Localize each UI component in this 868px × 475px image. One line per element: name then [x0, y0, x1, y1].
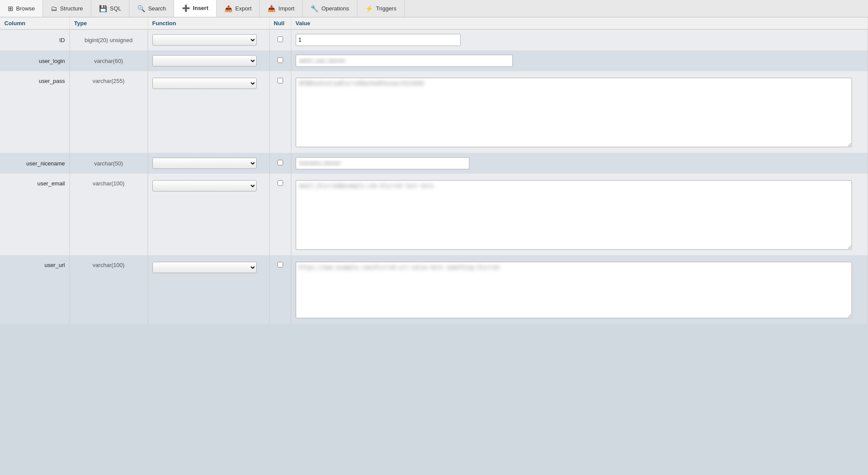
import-icon: 📥 — [267, 5, 276, 13]
tab-export-label: Export — [235, 5, 252, 12]
field-user-login-type: varchar(60) — [69, 50, 148, 71]
search-icon: 🔍 — [137, 5, 145, 13]
field-user-url-null — [269, 255, 291, 324]
table-header-row: Column Type Function Null Value — [0, 17, 868, 30]
tab-insert-label: Insert — [193, 5, 208, 11]
table-row: user_url varchar(100) https://www.exampl… — [0, 255, 868, 324]
tab-triggers-label: Triggers — [376, 5, 396, 12]
operations-icon: 🔧 — [310, 5, 319, 13]
field-user-url-column: user_url — [0, 255, 69, 324]
field-user-login-null — [269, 50, 291, 71]
field-user-email-null-checkbox[interactable] — [277, 180, 283, 186]
field-id-value — [291, 30, 868, 51]
field-user-login-column: user_login — [0, 50, 69, 71]
tab-sql[interactable]: 💾 SQL — [91, 0, 129, 17]
field-user-login-function — [148, 50, 269, 71]
insert-icon: ➕ — [182, 4, 190, 12]
field-user-url-type: varchar(100) — [69, 255, 148, 324]
header-column: Column — [0, 17, 69, 30]
tab-browse-label: Browse — [16, 5, 35, 12]
field-user-email-function — [148, 174, 269, 255]
tab-export[interactable]: 📤 Export — [217, 0, 260, 17]
table-row: user_pass varchar(255) $P$BhashvalueBlur… — [0, 71, 868, 153]
field-user-nicename-null — [269, 153, 291, 174]
tab-structure-label: Structure — [60, 5, 83, 12]
tab-search[interactable]: 🔍 Search — [129, 0, 174, 17]
tab-import[interactable]: 📥 Import — [260, 0, 303, 17]
field-user-login-null-checkbox[interactable] — [277, 57, 283, 63]
tab-browse[interactable]: ⊞ Browse — [0, 0, 43, 17]
field-user-login-value-input[interactable] — [296, 55, 513, 67]
field-id-type: bigint(20) unsigned — [69, 30, 148, 51]
field-user-url-function-select[interactable] — [152, 262, 257, 273]
field-user-nicename-type: varchar(50) — [69, 153, 148, 174]
field-user-email-type: varchar(100) — [69, 174, 148, 255]
field-user-pass-type: varchar(255) — [69, 71, 148, 153]
field-user-pass-null-checkbox[interactable] — [277, 78, 283, 83]
field-user-pass-value: $P$BhashvalueBlurredHashedPassword123456 — [291, 71, 868, 153]
header-function: Function — [148, 17, 269, 30]
field-user-login-value — [291, 50, 868, 71]
field-user-email-function-select[interactable] — [152, 180, 257, 191]
field-user-pass-function-select[interactable] — [152, 78, 257, 89]
field-user-url-function — [148, 255, 269, 324]
triggers-icon: ⚡ — [365, 5, 373, 13]
table-row: user_nicename varchar(50) — [0, 153, 868, 174]
field-user-email-value-textarea[interactable]: email_blurred@example.com blurred text h… — [296, 180, 852, 250]
field-user-pass-function — [148, 71, 269, 153]
field-user-nicename-column: user_nicename — [0, 153, 69, 174]
tab-triggers[interactable]: ⚡ Triggers — [357, 0, 405, 17]
browse-icon: ⊞ — [8, 5, 13, 13]
sql-icon: 💾 — [99, 5, 107, 13]
table-row: user_email varchar(100) email_blurred@ex… — [0, 174, 868, 255]
toolbar: ⊞ Browse 🗂 Structure 💾 SQL 🔍 Search ➕ In… — [0, 0, 868, 17]
field-user-pass-null — [269, 71, 291, 153]
field-user-pass-column: user_pass — [0, 71, 69, 153]
field-user-url-null-checkbox[interactable] — [277, 262, 283, 267]
tab-insert[interactable]: ➕ Insert — [174, 0, 216, 17]
tab-import-label: Import — [278, 5, 294, 12]
tab-operations-label: Operations — [321, 5, 349, 12]
header-null: Null — [269, 17, 291, 30]
field-user-nicename-value — [291, 153, 868, 174]
field-user-nicename-function — [148, 153, 269, 174]
tab-sql-label: SQL — [110, 5, 121, 12]
field-user-email-value: email_blurred@example.com blurred text h… — [291, 174, 868, 255]
field-id-null — [269, 30, 291, 51]
table-row: ID bigint(20) unsigned — [0, 30, 868, 51]
field-user-login-function-select[interactable] — [152, 55, 257, 66]
export-icon: 📤 — [224, 5, 233, 13]
field-user-pass-value-textarea[interactable]: $P$BhashvalueBlurredHashedPassword123456 — [296, 78, 852, 147]
field-id-function-select[interactable] — [152, 34, 257, 46]
field-id-column: ID — [0, 30, 69, 51]
field-user-url-value-textarea[interactable]: https://www.example.com/blurred-url-valu… — [296, 262, 852, 318]
field-id-value-input[interactable] — [296, 34, 461, 46]
field-id-null-checkbox[interactable] — [277, 36, 283, 42]
header-type: Type — [69, 17, 148, 30]
field-user-nicename-value-input[interactable] — [296, 157, 469, 169]
field-id-function — [148, 30, 269, 51]
field-user-nicename-function-select[interactable] — [152, 158, 257, 169]
tab-structure[interactable]: 🗂 Structure — [43, 0, 91, 17]
insert-table: Column Type Function Null Value ID bigin… — [0, 17, 868, 324]
tab-search-label: Search — [148, 5, 166, 12]
field-user-nicename-null-checkbox[interactable] — [277, 160, 283, 165]
structure-icon: 🗂 — [51, 5, 57, 12]
tab-operations[interactable]: 🔧 Operations — [303, 0, 357, 17]
field-user-email-null — [269, 174, 291, 255]
field-user-email-column: user_email — [0, 174, 69, 255]
table-row: user_login varchar(60) — [0, 50, 868, 71]
field-user-url-value: https://www.example.com/blurred-url-valu… — [291, 255, 868, 324]
header-value: Value — [291, 17, 868, 30]
